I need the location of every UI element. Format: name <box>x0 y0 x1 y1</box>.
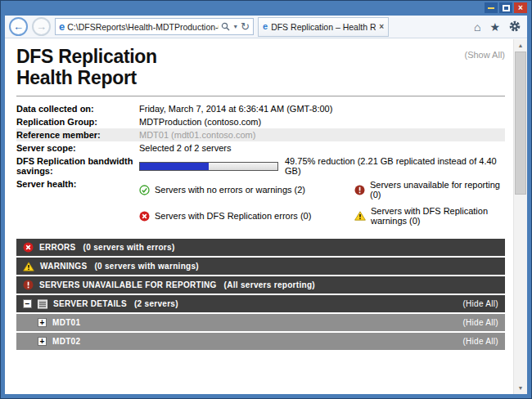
bandwidth-fill <box>140 163 209 170</box>
unavailable-icon <box>23 280 34 290</box>
info-label: Server scope: <box>16 143 139 153</box>
caption-buttons: × <box>485 2 527 13</box>
minimize-icon <box>488 7 494 9</box>
section-count: (All servers reporting) <box>224 280 315 289</box>
vertical-scrollbar[interactable]: ▲ ▼ <box>513 39 527 394</box>
section-title: ERRORS <box>39 243 76 252</box>
section-unavailable[interactable]: SERVERS UNAVAILABLE FOR REPORTING (All s… <box>16 276 505 294</box>
info-value: Selected 2 of 2 servers <box>139 143 232 153</box>
section-title: WARNINGS <box>40 262 87 271</box>
server-row-mdt02[interactable]: + MDT02 (Hide All) <box>16 333 505 350</box>
tab-title: DFS Replication – Health Re... <box>271 22 376 32</box>
section-server-details[interactable]: − SERVER DETAILS (2 servers) (Hide All) <box>16 295 505 312</box>
warning-triangle-icon <box>23 262 34 271</box>
collapse-toggle[interactable]: − <box>23 299 32 308</box>
browser-tab[interactable]: e DFS Replication – Health Re... × <box>258 17 389 37</box>
info-label: Replication Group: <box>16 117 139 127</box>
hide-all-link[interactable]: (Hide All) <box>462 337 498 346</box>
address-text: C:\DFSReports\Health-MDTProduction-07M <box>67 22 219 32</box>
info-label: Reference member: <box>16 130 139 140</box>
info-row-group: Replication Group: MDTProduction (contos… <box>16 115 505 128</box>
info-label: DFS Replication bandwidth savings: <box>16 156 139 176</box>
browser-window: × ← → e C:\DFSReports\Health-MDTProducti… <box>0 0 532 399</box>
star-icon: ★ <box>489 21 500 33</box>
health-item-unavailable: Servers unavailable for reporting (0) <box>354 180 505 200</box>
info-value: Friday, March 7, 2014 at 6:36:41 AM (GMT… <box>139 104 332 114</box>
forward-button[interactable]: → <box>32 17 51 36</box>
server-report-icon <box>38 299 47 309</box>
info-value: MDT01 (mdt01.contoso.com) <box>139 130 255 140</box>
tab-favicon-icon: e <box>263 22 268 31</box>
server-name: MDT01 <box>52 318 80 327</box>
info-label: Data collected on: <box>16 104 139 114</box>
browser-client-area: ← → e C:\DFSReports\Health-MDTProduction… <box>5 16 527 394</box>
health-text: Servers with DFS Replication warnings (0… <box>371 206 505 226</box>
maximize-button[interactable] <box>499 2 512 13</box>
section-count: (2 servers) <box>134 299 178 308</box>
bandwidth-text: 49.75% reduction (2.21 GB replicated ins… <box>285 156 505 176</box>
close-icon: × <box>518 4 523 12</box>
error-x-icon <box>23 242 34 253</box>
forward-arrow-icon: → <box>36 20 47 33</box>
scroll-up-button[interactable]: ▲ <box>514 39 527 52</box>
server-health-grid: Servers with no errors or warnings (2) S… <box>139 179 505 226</box>
address-bar[interactable]: e C:\DFSReports\Health-MDTProduction-07M… <box>55 18 254 35</box>
report-page: DFS Replication Health Report (Show All)… <box>5 39 513 394</box>
settings-button[interactable] <box>507 20 523 34</box>
info-row-collected: Data collected on: Friday, March 7, 2014… <box>16 102 505 115</box>
health-text: Servers with DFS Replication errors (0) <box>155 211 311 221</box>
server-name: MDT02 <box>52 337 80 346</box>
info-row-bandwidth: DFS Replication bandwidth savings: 49.75… <box>16 155 505 177</box>
tab-close-icon[interactable]: × <box>379 22 384 31</box>
back-button[interactable]: ← <box>9 17 28 36</box>
page-title-line1: DFS Replication <box>16 46 505 67</box>
health-text: Servers unavailable for reporting (0) <box>370 180 505 200</box>
expand-toggle[interactable]: + <box>38 337 47 346</box>
warning-triangle-icon <box>354 211 366 221</box>
section-count: (0 servers with errors) <box>83 243 175 252</box>
error-x-icon <box>139 211 150 222</box>
address-dropdown-icon[interactable]: ▼ <box>232 24 238 29</box>
server-row-mdt01[interactable]: + MDT01 (Hide All) <box>16 314 505 331</box>
info-row-scope: Server scope: Selected 2 of 2 servers <box>16 141 505 155</box>
hide-all-link[interactable]: (Hide All) <box>462 299 498 308</box>
unavailable-icon <box>354 185 365 195</box>
scrollbar-thumb[interactable] <box>515 52 526 195</box>
maximize-icon <box>503 5 510 11</box>
titlebar: × <box>1 1 531 16</box>
health-item-errors: Servers with DFS Replication errors (0) <box>139 206 348 226</box>
home-button[interactable]: ⌂ <box>471 21 483 33</box>
home-icon: ⌂ <box>474 21 480 33</box>
health-item-warnings: Servers with DFS Replication warnings (0… <box>354 206 505 226</box>
section-title: SERVER DETAILS <box>53 299 127 308</box>
info-value: MDTProduction (contoso.com) <box>139 117 261 127</box>
section-count: (0 servers with warnings) <box>94 262 199 271</box>
section-warnings[interactable]: WARNINGS (0 servers with warnings) <box>16 258 505 275</box>
report-sections: ERRORS (0 servers with errors) WARNINGS … <box>16 239 505 350</box>
section-title: SERVERS UNAVAILABLE FOR REPORTING <box>39 280 217 289</box>
refresh-icon[interactable]: ↻ <box>241 21 250 32</box>
close-button[interactable]: × <box>514 2 527 13</box>
ok-check-icon <box>139 185 150 195</box>
scroll-down-button[interactable]: ▼ <box>514 382 527 394</box>
info-label: Server health: <box>16 179 139 189</box>
bandwidth-progress-bar <box>139 162 278 171</box>
health-item-ok: Servers with no errors or warnings (2) <box>139 180 348 200</box>
search-icon[interactable] <box>221 22 230 31</box>
report-header: DFS Replication Health Report (Show All) <box>16 46 505 88</box>
ie-logo-icon: e <box>59 21 65 32</box>
page-title-line2: Health Report <box>16 67 505 88</box>
show-all-link[interactable]: (Show All) <box>464 50 505 60</box>
hide-all-link[interactable]: (Hide All) <box>462 318 498 327</box>
header-divider <box>16 96 505 96</box>
info-row-reference: Reference member: MDT01 (mdt01.contoso.c… <box>16 128 505 141</box>
bandwidth-value: 49.75% reduction (2.21 GB replicated ins… <box>139 156 505 176</box>
favorites-button[interactable]: ★ <box>487 21 503 33</box>
gear-icon <box>509 20 521 34</box>
back-arrow-icon: ← <box>13 20 24 33</box>
minimize-button[interactable] <box>485 2 498 13</box>
section-errors[interactable]: ERRORS (0 servers with errors) <box>16 239 505 256</box>
expand-toggle[interactable]: + <box>38 318 47 327</box>
health-text: Servers with no errors or warnings (2) <box>155 185 305 195</box>
info-row-health: Server health: Servers with no errors or… <box>16 177 505 227</box>
